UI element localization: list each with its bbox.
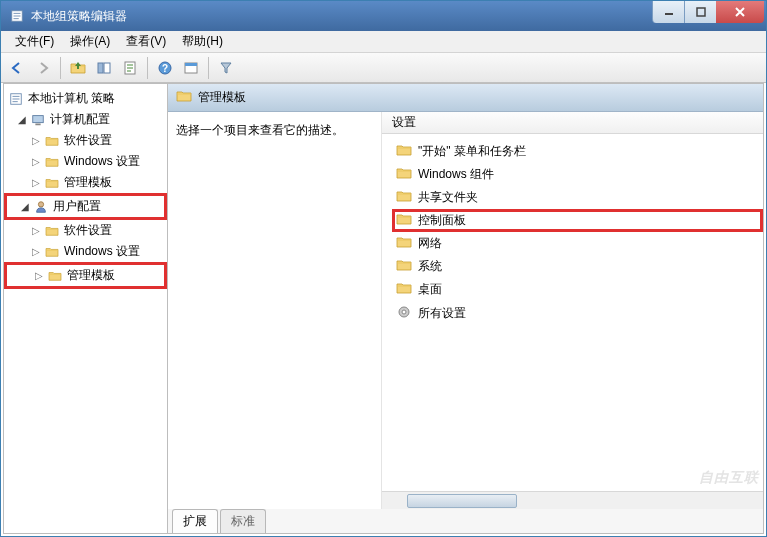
tree-user-admin[interactable]: ▷ 管理模板: [4, 262, 167, 289]
folder-icon: [396, 166, 412, 183]
folder-icon: [44, 245, 60, 259]
item-label: 桌面: [418, 281, 442, 298]
right-body: 选择一个项目来查看它的描述。 设置 "开始" 菜单和任务栏 Windows 组件: [168, 112, 763, 509]
maximize-button[interactable]: [684, 1, 716, 23]
svg-rect-14: [185, 63, 197, 66]
folder-icon: [396, 189, 412, 206]
minimize-button[interactable]: [652, 1, 684, 23]
window-controls: [652, 1, 764, 23]
titlebar[interactable]: 本地组策略编辑器: [1, 1, 766, 31]
expand-icon[interactable]: ▷: [32, 225, 44, 236]
tree-panel[interactable]: 本地计算机 策略 ◢ 计算机配置 ▷ 软件设置 ▷ Windows 设置 ▷ 管…: [4, 84, 168, 533]
tree-user-software[interactable]: ▷ 软件设置: [4, 220, 167, 241]
tree-label: 管理模板: [67, 267, 115, 284]
list-pane: 设置 "开始" 菜单和任务栏 Windows 组件: [382, 112, 763, 509]
collapse-icon[interactable]: ◢: [18, 114, 30, 125]
list-item-desktop[interactable]: 桌面: [392, 278, 763, 301]
folder-icon: [396, 212, 412, 229]
tree-label: Windows 设置: [64, 153, 140, 170]
tab-extended[interactable]: 扩展: [172, 509, 218, 533]
back-button[interactable]: [5, 56, 29, 80]
item-label: 共享文件夹: [418, 189, 478, 206]
folder-icon: [396, 143, 412, 160]
options-button[interactable]: [179, 56, 203, 80]
item-label: 网络: [418, 235, 442, 252]
expand-icon[interactable]: ▷: [32, 156, 44, 167]
list-item-windows-components[interactable]: Windows 组件: [392, 163, 763, 186]
svg-rect-8: [98, 63, 103, 73]
window: 本地组策略编辑器 文件(F) 操作(A) 查看(V) 帮助(H) ? 本地计算机…: [0, 0, 767, 537]
tree-comp-windows[interactable]: ▷ Windows 设置: [4, 151, 167, 172]
menu-file[interactable]: 文件(F): [7, 31, 62, 52]
item-label: Windows 组件: [418, 166, 494, 183]
list-item-shared-folders[interactable]: 共享文件夹: [392, 186, 763, 209]
tree-label: 软件设置: [64, 132, 112, 149]
expand-icon[interactable]: ▷: [32, 177, 44, 188]
path-title: 管理模板: [198, 89, 246, 106]
item-label: 所有设置: [418, 305, 466, 322]
svg-rect-9: [104, 63, 110, 73]
scrollbar-thumb[interactable]: [407, 494, 517, 508]
expand-icon[interactable]: ▷: [32, 135, 44, 146]
watermark: 自由互联: [699, 469, 759, 487]
forward-button[interactable]: [31, 56, 55, 80]
list-item-start-menu[interactable]: "开始" 菜单和任务栏: [392, 140, 763, 163]
toolbar-separator: [60, 57, 61, 79]
toolbar-separator: [147, 57, 148, 79]
tree-root[interactable]: 本地计算机 策略: [4, 88, 167, 109]
tree-label: 用户配置: [53, 198, 101, 215]
folder-icon: [44, 224, 60, 238]
tree-label: 管理模板: [64, 174, 112, 191]
tabs: 扩展 标准: [168, 509, 763, 533]
svg-text:?: ?: [162, 63, 168, 74]
policy-icon: [8, 92, 24, 106]
properties-button[interactable]: [118, 56, 142, 80]
tree-computer-config[interactable]: ◢ 计算机配置: [4, 109, 167, 130]
tree-comp-software[interactable]: ▷ 软件设置: [4, 130, 167, 151]
folder-icon: [47, 269, 63, 283]
list-header-label: 设置: [392, 114, 416, 131]
folder-icon: [176, 89, 192, 106]
collapse-icon[interactable]: ◢: [21, 201, 33, 212]
list-item-control-panel[interactable]: 控制面板: [392, 209, 763, 232]
toolbar-separator: [208, 57, 209, 79]
tree-user-windows[interactable]: ▷ Windows 设置: [4, 241, 167, 262]
menu-view[interactable]: 查看(V): [118, 31, 174, 52]
tree-comp-admin[interactable]: ▷ 管理模板: [4, 172, 167, 193]
item-label: 控制面板: [418, 212, 466, 229]
tree-label: Windows 设置: [64, 243, 140, 260]
help-button[interactable]: ?: [153, 56, 177, 80]
item-label: "开始" 菜单和任务栏: [418, 143, 526, 160]
app-icon: [9, 8, 25, 24]
expand-icon[interactable]: ▷: [32, 246, 44, 257]
folder-icon: [44, 176, 60, 190]
show-tree-button[interactable]: [92, 56, 116, 80]
folder-icon: [44, 134, 60, 148]
content-area: 本地计算机 策略 ◢ 计算机配置 ▷ 软件设置 ▷ Windows 设置 ▷ 管…: [3, 83, 764, 534]
toolbar: ?: [1, 53, 766, 83]
menu-action[interactable]: 操作(A): [62, 31, 118, 52]
up-button[interactable]: [66, 56, 90, 80]
description-text: 选择一个项目来查看它的描述。: [176, 123, 344, 137]
horizontal-scrollbar[interactable]: [382, 491, 763, 509]
svg-rect-7: [697, 8, 705, 16]
menu-help[interactable]: 帮助(H): [174, 31, 231, 52]
computer-icon: [30, 113, 46, 127]
expand-icon[interactable]: ▷: [35, 270, 47, 281]
tree-label: 计算机配置: [50, 111, 110, 128]
folder-icon: [396, 281, 412, 298]
list-items[interactable]: "开始" 菜单和任务栏 Windows 组件 共享文件夹 控制面板: [382, 134, 763, 491]
path-header: 管理模板: [168, 84, 763, 112]
folder-icon: [396, 235, 412, 252]
list-column-header[interactable]: 设置: [382, 112, 763, 134]
tree-user-config[interactable]: ◢ 用户配置: [4, 193, 167, 220]
folder-icon: [396, 258, 412, 275]
folder-icon: [44, 155, 60, 169]
close-button[interactable]: [716, 1, 764, 23]
filter-button[interactable]: [214, 56, 238, 80]
list-item-system[interactable]: 系统: [392, 255, 763, 278]
right-panel: 管理模板 选择一个项目来查看它的描述。 设置 "开始" 菜单和任务栏: [168, 84, 763, 533]
list-item-network[interactable]: 网络: [392, 232, 763, 255]
tab-standard[interactable]: 标准: [220, 509, 266, 533]
list-item-all-settings[interactable]: 所有设置: [392, 301, 763, 326]
